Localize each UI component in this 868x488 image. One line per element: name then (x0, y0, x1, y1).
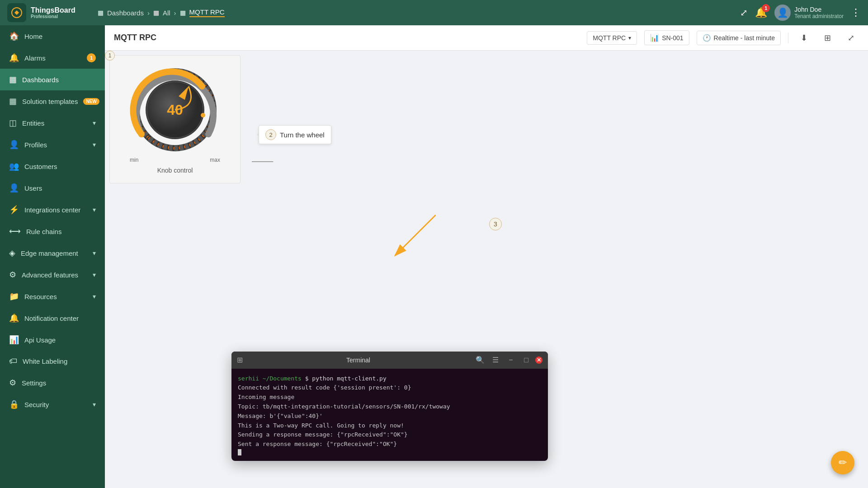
sidebar-item-home[interactable]: 🏠 Home (0, 25, 105, 47)
sidebar-label-customers: Customers (24, 163, 96, 170)
sidebar-item-rule-chains[interactable]: ⟷ Rule chains (0, 221, 105, 242)
sidebar-item-white-labeling[interactable]: 🏷 White Labeling (0, 351, 105, 372)
api-icon: 📊 (9, 335, 19, 345)
time-selector-label: Realtime - last minute (714, 34, 775, 42)
sidebar-label-entities: Entities (22, 119, 87, 127)
dashboard-title: MQTT RPC (114, 33, 580, 42)
entities-icon: ◫ (9, 118, 17, 128)
sidebar-item-api-usage[interactable]: 📊 Api Usage (0, 329, 105, 351)
knob-max-label: max (210, 157, 220, 163)
sidebar-item-alarms[interactable]: 🔔 Alarms 1 (0, 47, 105, 69)
dashboard-toolbar: MQTT RPC MQTT RPC ▾ 📊 SN-001 🕐 Realtime … (105, 25, 868, 51)
breadcrumb-all[interactable]: All (163, 9, 170, 17)
logo-name: ThingsBoard (31, 6, 75, 14)
user-role: Tenant administrator (794, 13, 844, 19)
terminal-line-6: This is a Two-way RPC call. Going to rep… (238, 421, 542, 431)
users-icon: 👤 (9, 183, 19, 193)
dashboard-selector-button[interactable]: MQTT RPC ▾ (587, 31, 637, 45)
terminal-search-button[interactable]: 🔍 (474, 354, 486, 366)
knob-container[interactable]: 40 (130, 65, 220, 155)
security-chevron-icon: ▾ (93, 401, 96, 408)
sidebar-item-advanced-features[interactable]: ⚙ Advanced features ▾ (0, 264, 105, 286)
integrations-icon: ⚡ (9, 205, 19, 215)
edge-chevron-icon: ▾ (93, 249, 96, 257)
dashboard-dropdown-icon: ▾ (628, 35, 631, 41)
main-layout: 🏠 Home 🔔 Alarms 1 ▦ Dashboards ▦ Solutio… (0, 25, 868, 488)
layout-button[interactable]: ⊞ (819, 30, 835, 46)
edit-fab-button[interactable]: ✏ (831, 451, 854, 474)
notification-center-icon: 🔔 (9, 313, 19, 323)
edge-icon: ◈ (9, 248, 15, 258)
sidebar-item-resources[interactable]: 📁 Resources ▾ (0, 286, 105, 307)
fullscreen-button[interactable]: ⤢ (740, 7, 748, 18)
time-selector-button[interactable]: 🕐 Realtime - last minute (697, 31, 781, 45)
toolbar-separator (788, 33, 788, 43)
sidebar-item-notification-center[interactable]: 🔔 Notification center (0, 307, 105, 329)
dashboard-selector-label: MQTT RPC (593, 34, 626, 42)
terminal-close-button[interactable]: ✕ (535, 357, 542, 364)
terminal-controls: 🔍 ☰ − □ ✕ (474, 354, 542, 366)
profiles-icon: 👤 (9, 140, 19, 150)
terminal-menu-button[interactable]: ☰ (489, 354, 502, 366)
knob-widget[interactable]: 40 min max Knob control (109, 55, 241, 183)
more-options-button[interactable]: ⋮ (851, 7, 861, 19)
white-labeling-icon: 🏷 (9, 357, 17, 366)
terminal-maximize-button[interactable]: □ (520, 354, 533, 366)
sidebar-item-settings[interactable]: ⚙ Settings (0, 372, 105, 394)
terminal-cursor-line (238, 449, 542, 455)
integrations-chevron-icon: ▾ (93, 206, 96, 213)
terminal-minimize-button[interactable]: − (505, 354, 517, 366)
logo-text: ThingsBoard Professional (31, 6, 75, 19)
logo-icon (7, 3, 26, 22)
step3-annotation: 3 (489, 218, 502, 230)
sidebar-item-solution-templates[interactable]: ▦ Solution templates NEW (0, 90, 105, 112)
resources-icon: 📁 (9, 291, 19, 301)
step2-text: Turn the wheel (280, 131, 325, 139)
resources-chevron-icon: ▾ (93, 293, 96, 300)
sidebar-item-users[interactable]: 👤 Users (0, 177, 105, 199)
clock-icon: 🕐 (703, 34, 711, 42)
sidebar: 🏠 Home 🔔 Alarms 1 ▦ Dashboards ▦ Solutio… (0, 25, 105, 488)
user-profile[interactable]: 👤 John Doe Tenant administrator (774, 5, 844, 21)
topbar: ThingsBoard Professional ▦ Dashboards › … (0, 0, 868, 25)
security-icon: 🔒 (9, 399, 19, 409)
terminal-line-1: serhii ~/Documents $ python mqtt-client.… (238, 374, 542, 384)
breadcrumb: ▦ Dashboards › ▦ All › ▦ MQTT RPC (98, 8, 740, 17)
breadcrumb-dashboards[interactable]: Dashboards (107, 9, 144, 17)
dashboards-icon: ▦ (9, 75, 17, 84)
sidebar-item-dashboards[interactable]: ▦ Dashboards (0, 69, 105, 90)
terminal-line-5: Message: b'{"value":40}' (238, 412, 542, 421)
settings-icon: ⚙ (9, 378, 16, 388)
sidebar-item-entities[interactable]: ◫ Entities ▾ (0, 112, 105, 134)
sidebar-item-customers[interactable]: 👥 Customers (0, 155, 105, 177)
sidebar-label-settings: Settings (22, 379, 96, 387)
step2-badge: 2 (265, 129, 276, 140)
customers-icon: 👥 (9, 161, 19, 171)
sidebar-label-rule-chains: Rule chains (26, 228, 96, 235)
rule-chains-icon: ⟷ (9, 226, 21, 236)
sidebar-item-integrations[interactable]: ⚡ Integrations center ▾ (0, 199, 105, 221)
alarm-badge: 1 (87, 53, 96, 62)
breadcrumb-icon-dashboards: ▦ (98, 9, 104, 16)
sidebar-item-security[interactable]: 🔒 Security ▾ (0, 394, 105, 415)
sidebar-label-home: Home (24, 33, 96, 40)
notification-button[interactable]: 🔔 1 (755, 7, 767, 19)
entities-chevron-icon: ▾ (93, 119, 96, 127)
fullscreen-dashboard-button[interactable]: ⤢ (843, 30, 859, 46)
svg-point-8 (201, 113, 205, 117)
sidebar-label-resources: Resources (24, 293, 87, 300)
sidebar-item-profiles[interactable]: 👤 Profiles ▾ (0, 134, 105, 155)
sidebar-label-integrations: Integrations center (24, 206, 87, 214)
terminal-line-2: Connected with result code {'session pre… (238, 383, 542, 393)
logo[interactable]: ThingsBoard Professional (7, 3, 98, 22)
advanced-chevron-icon: ▾ (93, 271, 96, 278)
notification-badge: 1 (762, 4, 770, 12)
sidebar-item-edge-management[interactable]: ◈ Edge management ▾ (0, 242, 105, 264)
sidebar-label-profiles: Profiles (24, 141, 87, 149)
user-name: John Doe (794, 6, 844, 13)
dashboard-canvas: 1 (105, 51, 868, 488)
device-selector-button[interactable]: 📊 SN-001 (644, 30, 689, 45)
download-button[interactable]: ⬇ (796, 30, 812, 46)
terminal-title: Terminal (246, 357, 470, 364)
avatar: 👤 (774, 5, 791, 21)
